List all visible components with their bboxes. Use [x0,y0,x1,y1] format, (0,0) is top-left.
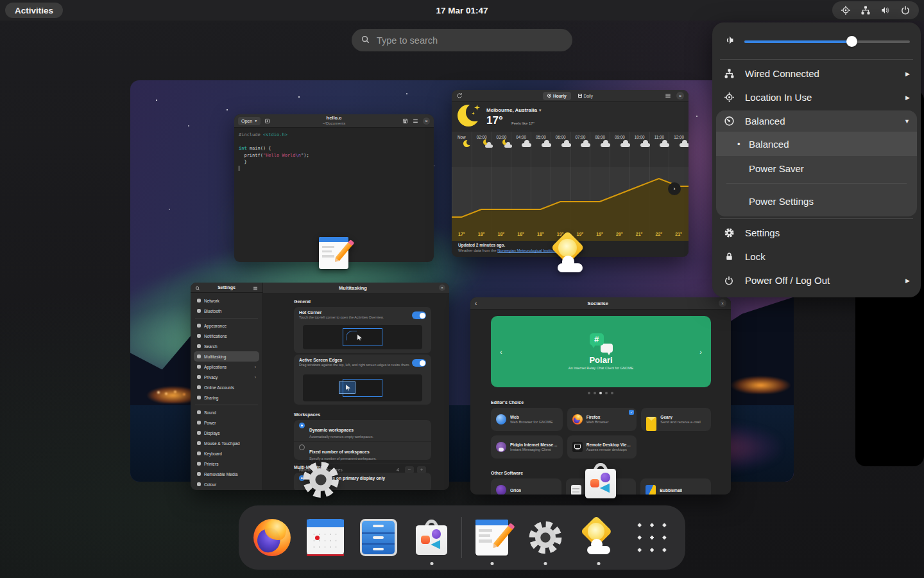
carousel-dot[interactable] [599,392,602,394]
dock-item-show-apps[interactable] [625,505,678,570]
tab-daily[interactable]: Daily [574,92,597,100]
app-tile-geary[interactable]: GearySend and receive e-mail [641,408,711,431]
sidebar-item-mouse-touchpad[interactable]: Mouse & Touchpad [194,438,259,448]
sidebar-item-privacy[interactable]: Privacy› [194,372,259,382]
software-window-icon [582,462,619,500]
sidebar-item-colour[interactable]: Colour [194,479,259,489]
sidebar-item-printers[interactable]: Printers [194,459,259,469]
other-software-heading: Other Software [491,471,523,475]
new-tab-icon[interactable] [264,115,270,127]
wired-network-item[interactable]: Wired Connected ▶ [712,62,921,85]
sidebar-item-sharing[interactable]: Sharing [194,392,259,403]
sidebar-item-network[interactable]: Network [194,295,259,306]
settings-item[interactable]: Settings [712,221,921,245]
power-profile-toggle[interactable]: Balanced ▼ [716,110,917,132]
sidebar-item-applications[interactable]: Applications› [194,362,259,372]
hour-column-09-00: 09:00 [610,132,629,167]
carousel-next-icon[interactable]: › [699,348,702,356]
dock-item-files[interactable] [352,505,405,570]
dock-item-software[interactable] [405,505,458,570]
system-tray[interactable] [832,1,919,19]
weather-location-selector[interactable]: Melbourne, Australia▼ [486,107,542,113]
sidebar-item-notifications[interactable]: Notifications [194,331,259,341]
sidebar-item-removable-media[interactable]: Removable Media [194,469,259,479]
hour-column-06-00: 06:00 [551,132,570,167]
power-profile-option-balanced[interactable]: • Balanced [716,132,917,156]
dock-item-text-editor[interactable] [465,505,518,570]
power-profile-option-power-saver[interactable]: Power Saver [716,156,917,180]
lock-icon [723,252,735,261]
network-wired-icon [723,68,735,79]
workspace-preview[interactable]: Open▼ hello.c ~/Documents × [130,80,794,482]
attribution-link[interactable]: Norwegian Meteorological Institute [497,249,556,252]
sidebar-item-bluetooth[interactable]: Bluetooth [194,306,259,316]
search-icon[interactable] [195,283,200,293]
window-weather[interactable]: Hourly Daily × Melbourne, Australia▼ [452,90,689,257]
chart-next-button[interactable]: › [668,182,681,195]
network-icon [197,299,201,302]
temp-label: 22° [649,232,669,236]
sidebar-item-keyboard[interactable]: Keyboard [194,448,259,459]
dock-item-settings[interactable] [518,505,572,570]
sidebar-item-power[interactable]: Power [194,417,259,428]
sidebar-item-search[interactable]: Search [194,341,259,351]
temp-label: 19° [590,232,610,236]
volume-low-icon [723,34,735,49]
carousel-dot[interactable] [605,392,608,394]
location-item[interactable]: Location In Use ▶ [712,85,921,109]
search-input[interactable]: Type to search [352,29,572,51]
sidebar-item-appearance[interactable]: Appearance [194,320,259,331]
general-heading: General [294,299,311,304]
gear-icon [723,227,735,238]
close-icon[interactable]: × [719,299,726,307]
sidebar-item-displays[interactable]: Displays [194,428,259,438]
dock-item-firefox[interactable] [245,505,298,570]
running-indicator [597,562,600,565]
menu-icon[interactable] [413,115,418,127]
close-icon[interactable]: × [423,118,430,125]
printers-icon [197,462,201,466]
installed-check-icon: ✓ [629,410,634,415]
open-button[interactable]: Open▼ [238,117,261,125]
save-icon[interactable] [402,115,408,127]
volume-slider-knob[interactable] [846,36,857,47]
app-tile-remote-desktop-vie-[interactable]: Remote Desktop Vie…Access remote desktop… [567,435,637,459]
lock-item[interactable]: Lock [712,245,921,268]
clock[interactable]: 17 Mar 01:47 [0,0,924,21]
sidebar-item-online-accounts[interactable]: Online Accounts [194,382,259,392]
dock-item-weather[interactable] [572,505,625,570]
featured-banner-polari[interactable]: ‹ › # Polari An Internet Relay Chat Clie… [491,316,711,387]
search-icon [197,344,201,348]
sidebar-item-sound[interactable]: Sound [194,407,259,417]
volume-slider[interactable] [744,36,910,47]
dock-item-calendar[interactable] [298,505,352,570]
app-tile-web[interactable]: WebWeb Browser for GNOME [491,408,563,431]
carousel-prev-icon[interactable]: ‹ [500,348,502,356]
app-tile-firefox[interactable]: FirefoxWeb Browser ✓ [567,408,637,431]
chevron-down-icon: ▼ [538,109,542,112]
carousel-dot[interactable] [588,392,590,394]
chevron-right-icon: ▶ [905,277,910,284]
sidebar-item-multitasking[interactable]: Multitasking [194,351,259,362]
dynamic-workspaces-option[interactable]: Dynamic workspaces Automatically removes… [294,420,431,442]
refresh-icon[interactable] [456,90,463,101]
applications-icon [197,365,201,369]
app-tile-pidgin-internet-messe-[interactable]: Pidgin Internet Messe…Instant Messaging … [491,435,563,459]
menu-icon[interactable] [665,90,671,101]
close-icon[interactable]: × [439,285,445,291]
app-tile-orion[interactable]: Orion [491,478,561,495]
app-tile-bubblemail[interactable]: Bubblemail [640,478,711,495]
power-off-item[interactable]: Power Off / Log Out ▶ [712,268,921,292]
weather-temperature-chart: 17°18°18°18°18°19°19°19°20°21°22°21° › [452,167,689,241]
hot-corner-toggle[interactable] [412,311,426,319]
power-settings-item[interactable]: Power Settings [716,186,917,216]
hour-column-02-00: 02:00 [472,132,492,167]
carousel-dot[interactable] [611,392,613,394]
carousel-dot[interactable] [594,392,596,394]
removable-media-icon [197,472,201,476]
carousel-dots[interactable] [470,392,731,394]
screen-edges-toggle[interactable] [412,359,426,367]
close-icon[interactable]: × [676,92,684,100]
menu-icon[interactable] [253,283,258,293]
tab-hourly[interactable]: Hourly [543,92,571,100]
